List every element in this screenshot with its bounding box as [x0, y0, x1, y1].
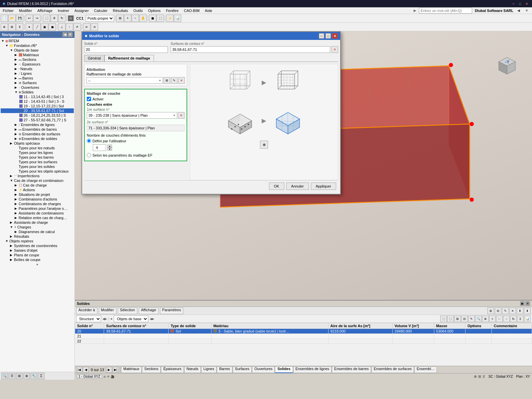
- open-btn[interactable]: 📂: [8, 15, 16, 22]
- table-row-20[interactable]: 20 39,58-61,67-71 Sol 3 - Sable, bien gr…: [75, 329, 532, 334]
- sidebar-sol-19[interactable]: 19 - 12,15-17,22,23 | Sol: [1, 104, 74, 108]
- ortho-icon[interactable]: ⊻: [482, 374, 485, 379]
- dialog-minimize-btn[interactable]: ─: [319, 33, 324, 39]
- ok-button[interactable]: OK: [269, 183, 284, 190]
- zoom-out-btn[interactable]: −: [132, 15, 139, 22]
- sidebar-close-icon[interactable]: ✕: [524, 8, 529, 13]
- sidebar-item-assistants-combo[interactable]: ▶ Assistants de combinaisons: [1, 211, 74, 215]
- sidebar-item-lignes[interactable]: ▶ ╱ Lignes: [1, 71, 74, 76]
- bottom-panel-controls[interactable]: ▶ ✕: [520, 301, 530, 306]
- bottom-panel-dock-btn[interactable]: ▶: [520, 301, 525, 306]
- row-prev-btn[interactable]: ◀: [83, 367, 89, 373]
- sidebar-item-assistants-charge[interactable]: ▶ Assistants de charge: [1, 220, 74, 225]
- table-icon-6[interactable]: ⬇: [524, 308, 531, 314]
- sidebar-item-ensembles-solides[interactable]: ▶ ◼ Ensembles de solides: [1, 136, 74, 141]
- tbl-right-icon-11[interactable]: fx: [510, 316, 517, 322]
- grid-btn[interactable]: ⊞: [8, 23, 16, 31]
- close-button[interactable]: ✕: [524, 1, 529, 6]
- filter-arrows[interactable]: ◀▶: [102, 317, 107, 321]
- force-btn[interactable]: ↑: [66, 23, 73, 31]
- sidebar-minimize-icon[interactable]: ◀: [516, 8, 521, 13]
- mesh-ref-edit-btn[interactable]: ✎: [171, 77, 178, 84]
- tree-expand-mat[interactable]: ▶: [15, 53, 19, 57]
- table-row-21[interactable]: 21: [75, 334, 532, 339]
- mesh-ref-del-btn[interactable]: ✕: [178, 77, 185, 84]
- tree-expand-objets[interactable]: ▼: [10, 49, 14, 52]
- sidebar-sol-20[interactable]: 20 - 39,58-61,67-71 | Sol: [1, 108, 74, 113]
- tbl-right-icon-10[interactable]: →: [503, 316, 510, 322]
- row-last-btn[interactable]: ▶|: [113, 367, 119, 373]
- tbl-right-icon-1[interactable]: ⬚: [440, 316, 447, 322]
- radio-defini[interactable]: [87, 139, 91, 143]
- sidebar-sol-12[interactable]: 12 - 14,43-51 | Sol | 3 - S: [1, 99, 74, 104]
- undo-btn[interactable]: ↩: [26, 15, 33, 22]
- maximize-button[interactable]: □: [517, 1, 523, 6]
- dialog-window-controls[interactable]: ─ □ ✕: [319, 33, 337, 39]
- sidebar-item-surfaces[interactable]: ▶ ▣ Surfaces: [1, 80, 74, 85]
- render-btn[interactable]: ◼: [149, 15, 156, 22]
- sidebar-item-comb-charges[interactable]: ▶ Combinaisons de charges: [1, 201, 74, 206]
- sidebar-sol-26[interactable]: 26 - 18,21,24,25,33,53 | S: [1, 113, 74, 118]
- sidebar-item-saisies-objet[interactable]: ▶ Saisies d'objet: [1, 248, 74, 253]
- nav-icon-3[interactable]: ⊞: [16, 373, 23, 379]
- sidebar-item-ensembles-lignes[interactable]: ▶ ╱ Ensembles de lignes: [1, 122, 74, 127]
- node-btn[interactable]: ●: [26, 23, 33, 31]
- select-btn[interactable]: ⬚: [43, 15, 50, 22]
- menu-fichier[interactable]: Fichier: [0, 8, 16, 13]
- search-input[interactable]: [419, 8, 472, 14]
- appliquer-button[interactable]: Appliquer: [311, 183, 336, 190]
- sidebar-item-sections[interactable]: ▶ ▬ Sections: [1, 57, 74, 62]
- menu-options[interactable]: Options: [145, 8, 163, 13]
- tbl-right-icon-13[interactable]: 📊: [524, 316, 531, 322]
- nav-icon-2[interactable]: 0: [9, 373, 15, 379]
- menu-cao-bim[interactable]: CAO-BIM: [181, 8, 202, 13]
- solid-num-input[interactable]: [84, 46, 168, 53]
- dialog-title-bar[interactable]: ■ Modifier le solide ─ □ ✕: [82, 32, 340, 40]
- sidebar-item-actions[interactable]: ▶ ⚡ Actions: [1, 188, 74, 192]
- acces-btn[interactable]: Accéder à: [76, 308, 97, 314]
- tab-solides[interactable]: Solides: [275, 366, 293, 373]
- redo-btn[interactable]: ↪: [33, 15, 41, 22]
- tbl-right-icon-7[interactable]: ⊕: [482, 316, 489, 322]
- sidebar-sol-11[interactable]: 11 - 13,14,42-45 | Sol | 3: [1, 94, 74, 99]
- filter-arrows-2[interactable]: ◀▶: [150, 317, 154, 321]
- tbl-right-icon-3[interactable]: ⊞: [454, 316, 461, 322]
- menu-resultats[interactable]: Résultats: [110, 8, 131, 13]
- sidebar-item-cas-charge[interactable]: ▶ 📋 Cas de charge: [1, 183, 74, 188]
- sidebar-item-comb-actions[interactable]: ▶ Combinaisons d'actions: [1, 197, 74, 201]
- sidebar-item-cas-charges[interactable]: ▼ Cas de charge et combinaison: [1, 178, 74, 183]
- tab-surfaces[interactable]: Surfaces: [233, 366, 252, 373]
- zoom-in-btn[interactable]: +: [124, 15, 131, 22]
- window-controls[interactable]: ─ □ ✕: [511, 1, 529, 6]
- tbl-right-icon-8[interactable]: ×: [489, 316, 496, 322]
- minimize-button[interactable]: ─: [511, 1, 516, 6]
- sidebar-item-types-surfaces[interactable]: Types pour les surfaces: [1, 160, 74, 164]
- menu-fenetre[interactable]: Fenêtre: [163, 8, 181, 13]
- sidebar-item-params[interactable]: ▶ Paramètres pour l'analyse s…: [1, 206, 74, 211]
- first-surface-select[interactable]: 39 - 235-238 | Sans épaisseur | Plan ▼: [87, 112, 177, 119]
- table-icon-2[interactable]: ⊟: [495, 308, 501, 314]
- table-icon-5[interactable]: ⬆: [517, 308, 523, 314]
- sidebar-item-types-solides[interactable]: Types pour les solides: [1, 164, 74, 169]
- menu-outils[interactable]: Outils: [131, 8, 145, 13]
- support-btn[interactable]: ⊥: [58, 23, 66, 31]
- sidebar-item-boites-coupe[interactable]: ▶ Boîtes de coupe: [1, 257, 74, 262]
- sidebar-item-diagrammes[interactable]: ▶ Diagrammes de calcul: [1, 229, 74, 234]
- dialog-restore-btn[interactable]: □: [326, 33, 331, 39]
- filter-structure-select[interactable]: Structure: [76, 316, 101, 322]
- menu-inserer[interactable]: Insérer: [55, 8, 72, 13]
- sidebar-item-objets-speciaux[interactable]: ▶ Objets spéciaux: [1, 141, 74, 146]
- sidebar-item-types-lignes[interactable]: Types pour les lignes: [1, 150, 74, 155]
- tbl-right-icon-5[interactable]: ✎: [468, 316, 475, 322]
- selection-btn[interactable]: Sélection: [118, 308, 137, 314]
- save-btn[interactable]: 💾: [16, 15, 23, 22]
- table-icon-3[interactable]: ✎: [502, 308, 509, 314]
- tbl-right-icon-2[interactable]: ⬚: [447, 316, 454, 322]
- tbl-right-icon-9[interactable]: ←: [496, 316, 503, 322]
- sidebar-item-relation[interactable]: ▶ Relation entre cas de charg…: [1, 215, 74, 220]
- sidebar-dock-btn[interactable]: ◀: [63, 32, 67, 37]
- sidebar-item-types-speciaux[interactable]: Types pour les objets spéciaux: [1, 169, 74, 174]
- sidebar-item-objets-reperes[interactable]: ▼ Objets repères: [1, 239, 74, 243]
- sidebar-item-situations[interactable]: ▶ Situations de projet: [1, 192, 74, 197]
- tbl-right-icon-12[interactable]: Σ: [517, 316, 524, 322]
